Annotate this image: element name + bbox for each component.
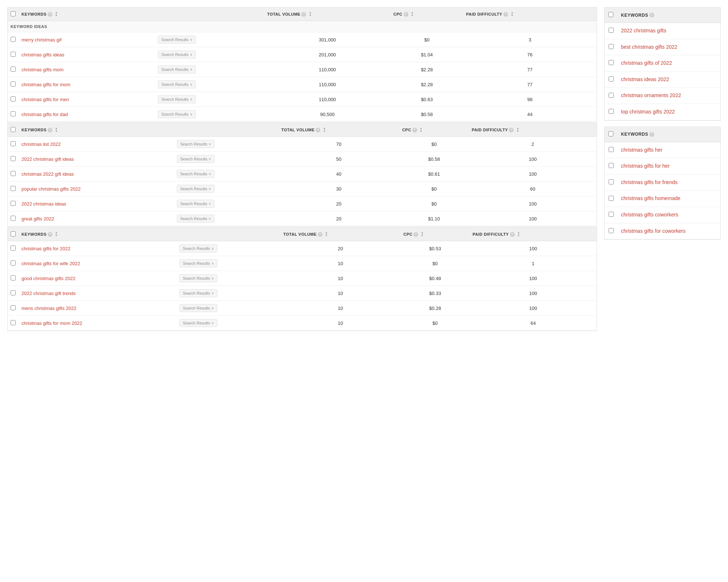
keyword-link-t3-0[interactable]: christmas gifts for 2022 [21,246,70,251]
row-checkbox-t3-2[interactable] [11,275,16,280]
row-checkbox-t2-2[interactable] [11,171,16,176]
keyword-link-t1-3[interactable]: christmas gifts for mom [21,82,70,87]
right-row-checkbox-t1-1[interactable] [609,44,614,49]
right-select-all-2[interactable] [608,131,613,136]
row-checkbox-t3-0[interactable] [11,246,16,251]
keyword-link-t1-0[interactable]: merry christmas gif [21,37,62,43]
search-results-btn-t1-0[interactable]: Search Results [158,36,196,44]
right-keyword-link-t1-3[interactable]: christmas ideas 2022 [621,76,669,82]
keyword-link-t2-0[interactable]: christmas list 2022 [21,141,61,147]
keyword-table-1: KEYWORDS ? ▲ ▼ TOTAL VOLUME [8,8,597,122]
search-results-btn-t3-5[interactable]: Search Results [179,319,217,327]
keyword-link-t1-1[interactable]: christmas gifts ideas [21,52,64,57]
right-keyword-link-t2-5[interactable]: christmas gifts for coworkers [621,228,685,234]
right-row-checkbox-t1-4[interactable] [609,93,614,98]
right-row-checkbox-t2-3[interactable] [609,196,614,201]
row-checkbox-t1-1[interactable] [11,52,16,57]
keyword-link-t1-5[interactable]: christmas gifts for dad [21,112,68,117]
right-keyword-link-t1-4[interactable]: christmas ornaments 2022 [621,92,681,98]
right-keyword-link-t2-4[interactable]: christmas gifts coworkers [621,212,678,218]
keyword-link-t3-1[interactable]: christmas gifts for wife 2022 [21,261,80,266]
th-keywords-1[interactable]: KEYWORDS ? ▲ ▼ [19,8,155,21]
row-checkbox-t2-3[interactable] [11,186,16,191]
right-row-checkbox-t2-1[interactable] [609,163,614,168]
table-row: christmas gifts ideas Search Results 201… [8,47,597,62]
th-cpc-3[interactable]: CPC ? ▲ ▼ [400,228,470,241]
keyword-link-t3-4[interactable]: mens christmas gifts 2022 [21,306,76,311]
right-keyword-link-t1-5[interactable]: top christmas gifts 2022 [621,109,675,115]
search-results-btn-t3-2[interactable]: Search Results [179,274,217,282]
select-all-1[interactable] [11,11,16,16]
th-keywords-3[interactable]: KEYWORDS ? ▲ ▼ [19,228,177,241]
right-keyword-link-t2-3[interactable]: christmas gifts homemade [621,195,680,201]
keyword-link-t3-5[interactable]: christmas gifts for mom 2022 [21,320,82,326]
search-results-btn-t2-4[interactable]: Search Results [177,200,215,208]
th-cpc-2[interactable]: CPC ? ▲ ▼ [399,123,469,137]
right-row-checkbox-t2-5[interactable] [609,228,614,233]
search-results-btn-t2-0[interactable]: Search Results [177,140,215,148]
keyword-link-t3-2[interactable]: good christmas gifts 2022 [21,276,75,281]
row-checkbox-t1-0[interactable] [11,37,16,42]
keyword-link-t3-3[interactable]: 2022 christmas gift trends [21,291,76,296]
search-results-btn-t1-3[interactable]: Search Results [158,80,196,88]
search-results-btn-t3-3[interactable]: Search Results [179,289,217,297]
row-checkbox-t1-5[interactable] [11,111,16,116]
keyword-link-t1-2[interactable]: christmas gifts mom [21,67,64,72]
th-volume-2[interactable]: TOTAL VOLUME ? ▲ ▼ [278,123,399,137]
row-checkbox-t3-5[interactable] [11,320,16,325]
search-results-btn-t2-3[interactable]: Search Results [177,185,215,193]
th-keywords-2[interactable]: KEYWORDS ? ▲ ▼ [19,123,174,137]
sort-arrows-cpc-3: ▲ ▼ [421,231,424,237]
th-volume-1[interactable]: TOTAL VOLUME ? ▲ ▼ [264,8,391,21]
keyword-link-t2-4[interactable]: 2022 christmas ideas [21,201,66,207]
cpc-cell-t2-4: $0 [399,196,469,211]
search-results-btn-t1-4[interactable]: Search Results [158,95,196,103]
keyword-link-t2-1[interactable]: 2022 christmas gift ideas [21,156,74,162]
search-results-btn-t3-0[interactable]: Search Results [179,244,217,252]
right-keyword-link-t2-2[interactable]: christmas gifts for friends [621,179,678,185]
row-checkbox-t3-3[interactable] [11,290,16,295]
right-row-checkbox-t2-0[interactable] [609,147,614,152]
row-checkbox-t2-5[interactable] [11,216,16,221]
search-results-btn-t1-2[interactable]: Search Results [158,65,196,73]
right-row-checkbox-t1-0[interactable] [609,28,614,33]
th-difficulty-2[interactable]: PAID DIFFICULTY ? ▲ ▼ [469,123,597,137]
row-checkbox-t3-4[interactable] [11,305,16,310]
row-checkbox-t2-1[interactable] [11,156,16,161]
search-results-btn-t3-1[interactable]: Search Results [179,259,217,267]
right-keyword-link-t1-2[interactable]: christmas gifts of 2022 [621,60,672,66]
row-checkbox-t3-1[interactable] [11,260,16,266]
th-difficulty-1[interactable]: PAID DIFFICULTY ? ▲ ▼ [463,8,597,21]
row-checkbox-t2-0[interactable] [11,141,16,146]
right-row-checkbox-t1-3[interactable] [609,76,614,81]
right-row-checkbox-t1-5[interactable] [609,109,614,114]
right-keyword-link-t1-1[interactable]: best christmas gifts 2022 [621,44,677,50]
search-results-btn-t1-5[interactable]: Search Results [158,110,196,118]
difficulty-cell-t3-2: 100 [470,271,597,286]
search-results-btn-t3-4[interactable]: Search Results [179,304,217,312]
th-cpc-1[interactable]: CPC ? ▲ ▼ [391,8,463,21]
row-checkbox-t1-2[interactable] [11,67,16,72]
right-keyword-link-t2-0[interactable]: christmas gifts her [621,147,662,153]
search-results-btn-t2-1[interactable]: Search Results [177,155,215,163]
row-checkbox-t1-3[interactable] [11,81,16,87]
search-results-btn-t1-1[interactable]: Search Results [158,51,196,59]
right-keyword-link-t1-0[interactable]: 2022 christmas gifts [621,28,666,33]
right-row-checkbox-t1-2[interactable] [609,60,614,65]
th-volume-3[interactable]: TOTAL VOLUME ? ▲ ▼ [280,228,400,241]
keyword-link-t2-3[interactable]: popular christmas gifts 2022 [21,186,81,192]
select-all-3[interactable] [11,231,16,236]
right-row-checkbox-t2-4[interactable] [609,212,614,217]
row-checkbox-t2-4[interactable] [11,201,16,206]
th-difficulty-3[interactable]: PAID DIFFICULTY ? ▲ ▼ [470,228,597,241]
keyword-link-t1-4[interactable]: christmas gifts for men [21,97,69,102]
row-checkbox-t1-4[interactable] [11,96,16,101]
keyword-link-t2-2[interactable]: christmas 2022 gift ideas [21,171,74,177]
search-results-btn-t2-2[interactable]: Search Results [177,170,215,178]
right-row-checkbox-t2-2[interactable] [609,179,614,184]
keyword-link-t2-5[interactable]: great gifts 2022 [21,216,54,222]
select-all-2[interactable] [11,127,16,132]
right-select-all-1[interactable] [608,12,613,17]
search-results-btn-t2-5[interactable]: Search Results [177,215,215,223]
right-keyword-link-t2-1[interactable]: christmas gifts for her [621,163,670,169]
